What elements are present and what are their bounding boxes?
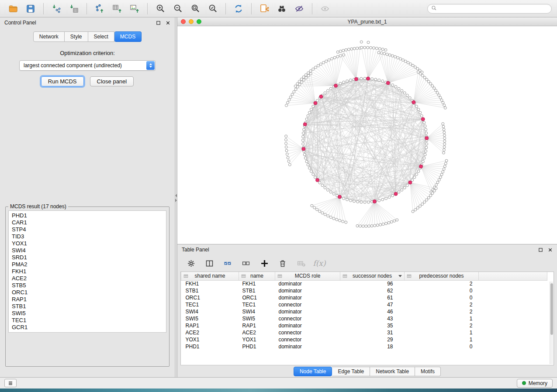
tab-motifs[interactable]: Motifs [415,367,441,376]
search-input[interactable] [439,5,548,12]
tab-select[interactable]: Select [88,31,114,42]
export-network-icon[interactable] [92,2,107,15]
hide-details-icon[interactable] [291,2,307,15]
control-panel-header: Control Panel [0,17,175,28]
open-file-icon[interactable] [5,2,21,15]
mcds-result-item[interactable]: PMA2 [12,261,163,268]
export-image-icon[interactable] [127,2,142,15]
table-row[interactable]: YOX1YOX1connector291 [181,336,547,343]
tab-node-table[interactable]: Node Table [294,367,332,376]
binoculars-icon[interactable] [274,2,290,15]
mcds-result-item[interactable]: YOX1 [12,240,163,247]
delete-column-icon[interactable] [277,258,288,269]
sort-chevron-down-icon[interactable] [398,275,402,277]
collapse-left-icon[interactable] [175,194,177,197]
mcds-result-item[interactable]: STB5 [12,282,163,289]
mcds-result-item[interactable]: PHD1 [12,212,163,219]
float-table-panel-icon[interactable] [538,247,543,252]
clone-network-icon[interactable] [256,2,272,15]
toolbar-separator [225,3,226,14]
table-row[interactable]: SWI4SWI4dominator462 [181,308,547,315]
table-panel-title: Table Panel [182,247,209,253]
deselect-all-icon[interactable] [240,258,252,269]
tab-network[interactable]: Network [33,31,65,42]
column-header-name[interactable]: name [239,272,275,280]
mcds-result-item[interactable]: ORC1 [12,289,163,296]
network-window-titlebar[interactable]: YPA_prune.txt_1 [177,17,557,26]
float-panel-icon[interactable] [156,20,161,25]
table-scrollbar[interactable] [550,282,553,364]
tab-edge-table[interactable]: Edge Table [332,367,370,376]
filler-cell [479,315,547,322]
successor-nodes-cell: 46 [340,308,405,315]
predecessor-nodes-cell: 0 [405,343,479,350]
filler-cell [479,336,547,343]
save-session-icon[interactable] [23,2,38,15]
zoom-selected-icon[interactable] [205,2,221,15]
table-row[interactable]: RAP1RAP1dominator352 [181,322,547,329]
table-scrollbar-thumb[interactable] [550,283,553,335]
export-table-icon[interactable] [109,2,125,15]
table-row[interactable]: FKH1FKH1dominator962 [181,280,547,287]
table-panel: Table Panel f(x) [177,244,557,377]
column-header-shared-name[interactable]: shared name [181,272,239,280]
table-row[interactable]: SWI5SWI5connector431 [181,315,547,322]
zoom-fit-icon[interactable] [187,2,203,15]
mcds-result-item[interactable]: CAR1 [12,219,163,226]
mcds-result-item[interactable]: SWI5 [12,310,163,317]
mcds-role-cell: connector [275,315,340,322]
add-column-icon[interactable] [259,258,270,269]
close-panel-icon[interactable] [165,20,170,25]
minimize-window-button[interactable] [189,19,194,24]
close-table-panel-icon[interactable] [547,247,553,252]
select-all-icon[interactable] [222,258,233,269]
clear-table-icon [295,258,307,269]
close-window-button[interactable] [181,19,186,24]
columns-icon[interactable] [204,258,215,269]
mcds-result-item[interactable]: SWI4 [12,247,163,254]
column-header-successor-nodes[interactable]: successor nodes [340,272,405,280]
maximize-window-button[interactable] [197,19,201,24]
mcds-role-cell: dominator [275,294,340,301]
mcds-result-item[interactable]: TID3 [12,233,163,240]
tab-mcds[interactable]: MCDS [114,31,142,42]
mcds-result-item[interactable]: SRD1 [12,254,163,261]
mcds-result-list[interactable]: PHD1CAR1STP4TID3YOX1SWI4SRD1PMA2FKH1ACE2… [8,210,166,333]
column-header-predecessor-nodes[interactable]: predecessor nodes [405,272,479,280]
mcds-result-item[interactable]: STP4 [12,226,163,233]
table-row[interactable]: TEC1TEC1connector472 [181,301,547,308]
shared-name-cell: STB1 [181,287,239,294]
successor-nodes-cell: 35 [340,322,405,329]
refresh-icon[interactable] [231,2,246,15]
import-network-icon[interactable] [48,2,64,15]
mcds-result-item[interactable]: ACE2 [12,275,163,282]
status-menu-button[interactable] [4,379,17,387]
column-header-MCDS-role[interactable]: MCDS role [275,272,340,280]
mcds-result-item[interactable]: TEC1 [12,317,163,324]
table-row[interactable]: ORC1ORC1dominator610 [181,294,547,301]
zoom-out-icon[interactable] [170,2,186,15]
criterion-dropdown-value: largest connected component (undirected) [24,62,122,69]
name-cell: PHD1 [239,343,275,350]
table-row[interactable]: PHD1PHD1dominator180 [181,343,547,350]
memory-button[interactable]: Memory [517,379,553,388]
tab-network-table[interactable]: Network Table [370,367,415,376]
close-panel-button[interactable]: Close panel [90,76,134,86]
network-canvas[interactable] [177,26,557,244]
tab-style[interactable]: Style [65,31,88,42]
import-table-icon[interactable] [66,2,82,15]
mcds-result-item[interactable]: FKH1 [12,268,163,275]
mcds-result-item[interactable]: STB1 [12,303,163,310]
zoom-in-icon[interactable] [152,2,168,15]
table-row[interactable]: STB1STB1dominator620 [181,287,547,294]
mcds-result-item[interactable]: GCR1 [12,324,163,331]
gear-icon[interactable] [185,258,197,269]
collapse-right-icon[interactable] [175,199,177,202]
mcds-result-item[interactable]: RAP1 [12,296,163,303]
search-box[interactable] [427,4,552,14]
status-bar: Memory [0,377,557,389]
criterion-dropdown[interactable]: largest connected component (undirected) [19,60,156,71]
run-mcds-button[interactable]: Run MCDS [41,76,84,86]
table-row[interactable]: ACE2ACE2connector311 [181,329,547,336]
network-graph[interactable] [177,26,557,244]
